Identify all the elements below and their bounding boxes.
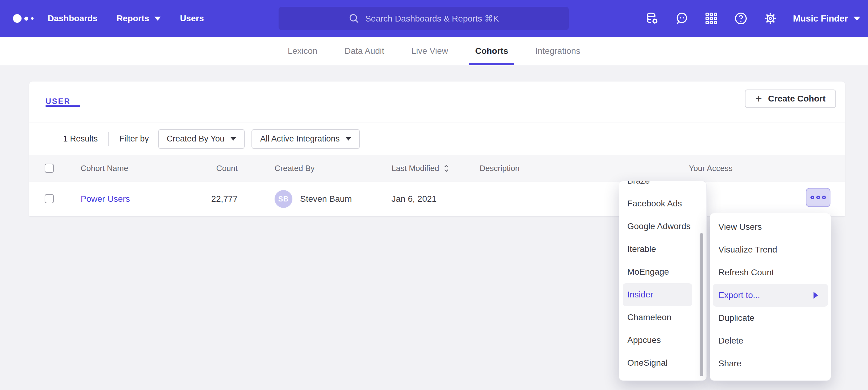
select-all-checkbox[interactable] <box>44 164 54 173</box>
nav-reports[interactable]: Reports <box>117 13 161 23</box>
apps-grid-icon[interactable] <box>704 11 718 26</box>
export-to-submenu: Braze Facebook Ads Google Adwords Iterab… <box>619 181 707 381</box>
menu-item-refresh-count[interactable]: Refresh Count <box>710 261 831 284</box>
tab-integrations[interactable]: Integrations <box>533 37 582 65</box>
tab-user-label: USER <box>45 97 70 105</box>
settings-gear-icon[interactable] <box>763 11 777 26</box>
search-icon <box>348 13 360 24</box>
create-cohort-button[interactable]: + Create Cohort <box>745 90 836 108</box>
workspace-name: Music Finder <box>793 13 848 24</box>
more-dot-icon <box>816 196 820 199</box>
mixpanel-logo-icon[interactable] <box>13 0 34 37</box>
active-tab-underline <box>45 105 80 107</box>
submenu-item-insider[interactable]: Insider <box>623 283 692 306</box>
header-last-modified[interactable]: Last Modified <box>392 164 450 173</box>
section-tabs: Lexicon Data Audit Live View Cohorts Int… <box>0 37 868 65</box>
row-more-actions-button[interactable] <box>806 188 831 207</box>
menu-item-export-to[interactable]: Export to... <box>713 284 828 307</box>
tab-user-cohorts[interactable]: USER <box>45 97 70 106</box>
header-created-by[interactable]: Created By <box>275 164 315 173</box>
divider <box>108 132 109 146</box>
chevron-down-icon <box>230 137 236 140</box>
more-dot-icon <box>810 196 814 199</box>
integrations-filter-value: All Active Integrations <box>260 134 340 143</box>
submenu-item-iterable[interactable]: Iterable <box>619 238 706 261</box>
nav-dashboards-label: Dashboards <box>48 13 98 23</box>
primary-nav: Dashboards Reports Users <box>48 0 204 37</box>
submenu-item-appcues[interactable]: Appcues <box>619 329 706 352</box>
sort-icon <box>443 164 450 173</box>
row-context-menu: View Users Visualize Trend Refresh Count… <box>710 213 831 381</box>
tab-lexicon[interactable]: Lexicon <box>286 37 319 65</box>
submenu-item-moengage[interactable]: MoEngage <box>619 261 706 283</box>
app-screen: Dashboards Reports Users Search Dashboar… <box>0 0 868 390</box>
submenu-scrollbar[interactable] <box>700 233 703 376</box>
create-cohort-label: Create Cohort <box>768 94 826 104</box>
header-last-modified-label: Last Modified <box>392 164 439 173</box>
menu-item-view-users[interactable]: View Users <box>710 216 831 238</box>
table-header-row: Cohort Name Count Created By Last Modifi… <box>29 155 845 182</box>
chevron-down-icon <box>346 137 351 140</box>
top-nav: Dashboards Reports Users Search Dashboar… <box>0 0 868 37</box>
created-by-filter-value: Created By You <box>167 134 225 143</box>
menu-item-export-to-label: Export to... <box>718 290 760 300</box>
chevron-down-icon <box>154 17 161 21</box>
filter-by-label: Filter by <box>119 134 149 143</box>
header-your-access[interactable]: Your Access <box>689 164 733 173</box>
submenu-item-facebook-ads[interactable]: Facebook Ads <box>619 192 706 215</box>
cohort-name-link[interactable]: Power Users <box>81 194 130 204</box>
nav-users-label: Users <box>180 13 204 23</box>
submenu-item-chameleon[interactable]: Chameleon <box>619 306 706 329</box>
nav-reports-label: Reports <box>117 13 149 23</box>
avatar: SB <box>275 190 292 208</box>
integrations-filter-dropdown[interactable]: All Active Integrations <box>251 129 360 149</box>
plus-icon: + <box>755 93 762 104</box>
help-icon[interactable] <box>734 11 748 26</box>
nav-users[interactable]: Users <box>180 13 204 23</box>
menu-item-duplicate[interactable]: Duplicate <box>710 307 831 329</box>
panel-tab-row: USER + Create Cohort <box>29 82 845 122</box>
feedback-icon[interactable] <box>675 11 689 26</box>
results-count: 1 Results <box>63 134 98 143</box>
tab-cohorts[interactable]: Cohorts <box>473 37 510 65</box>
global-search[interactable]: Search Dashboards & Reports ⌘K <box>279 7 569 30</box>
created-by-filter-dropdown[interactable]: Created By You <box>158 129 245 149</box>
header-cohort-name[interactable]: Cohort Name <box>81 164 128 173</box>
menu-item-delete[interactable]: Delete <box>710 329 831 352</box>
menu-item-visualize-trend[interactable]: Visualize Trend <box>710 238 831 261</box>
last-modified-date: Jan 6, 2021 <box>392 194 436 204</box>
chevron-down-icon <box>854 17 860 21</box>
header-count[interactable]: Count <box>202 164 238 173</box>
table-row[interactable]: Power Users 22,777 SB Steven Baum Jan 6,… <box>29 182 845 216</box>
filter-toolbar: 1 Results Filter by Created By You All A… <box>29 122 845 155</box>
nav-utilities: Music Finder <box>645 0 860 37</box>
tab-data-audit[interactable]: Data Audit <box>343 37 386 65</box>
more-dot-icon <box>822 196 826 199</box>
submenu-item-google-adwords[interactable]: Google Adwords <box>619 215 706 238</box>
workspace-switcher[interactable]: Music Finder <box>793 13 860 24</box>
global-search-placeholder: Search Dashboards & Reports ⌘K <box>365 13 499 24</box>
cohort-count: 22,777 <box>202 194 238 204</box>
header-description[interactable]: Description <box>479 164 520 173</box>
submenu-item-onesignal[interactable]: OneSignal <box>619 352 706 374</box>
tab-live-view[interactable]: Live View <box>409 37 450 65</box>
menu-item-share[interactable]: Share <box>710 352 831 375</box>
created-by-name: Steven Baum <box>300 194 352 204</box>
cohorts-panel: USER + Create Cohort 1 Results Filter by… <box>29 82 845 216</box>
submenu-arrow-icon <box>813 292 818 299</box>
row-checkbox[interactable] <box>44 194 54 203</box>
submenu-item-braze[interactable]: Braze <box>619 181 706 192</box>
data-governance-icon[interactable] <box>645 11 659 26</box>
nav-dashboards[interactable]: Dashboards <box>48 13 98 23</box>
